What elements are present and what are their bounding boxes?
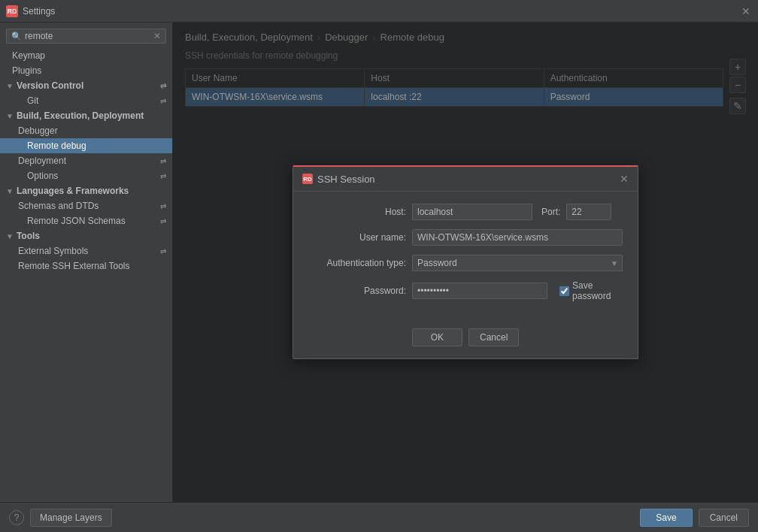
search-clear-button[interactable]: ✕ (153, 31, 161, 41)
sidebar-item-label: Debugger (18, 125, 58, 136)
modal-title: SSH Session (317, 174, 375, 185)
port-input[interactable] (566, 204, 611, 220)
app-icon: RD (6, 5, 18, 17)
modal-ok-button[interactable]: OK (412, 328, 462, 346)
sidebar-section-label: Build, Execution, Deployment (17, 110, 144, 121)
sidebar-item-options[interactable]: Options ⇄ (0, 168, 172, 183)
sidebar-item-plugins[interactable]: Plugins (0, 63, 172, 78)
sidebar-section-label: Languages & Frameworks (17, 186, 129, 196)
sidebar-section-build-exec[interactable]: ▼ Build, Execution, Deployment (0, 108, 172, 123)
bottom-right: Save Cancel (640, 509, 749, 527)
sidebar-item-external-symbols[interactable]: External Symbols ⇄ (0, 243, 172, 258)
main-layout: 🔍 ✕ Keymap Plugins ▼ Version Control ⇄ G… (0, 23, 758, 502)
sync-icon: ⇄ (160, 82, 166, 90)
sidebar-item-label: Deployment (18, 156, 66, 166)
manage-layers-button[interactable]: Manage Layers (30, 509, 112, 527)
sidebar-item-label: Remote SSH External Tools (18, 261, 130, 271)
sidebar-section-label: Tools (17, 231, 40, 241)
sidebar-item-label: Options (27, 171, 58, 181)
save-button[interactable]: Save (640, 509, 692, 527)
sidebar-item-debugger[interactable]: Debugger (0, 123, 172, 138)
modal-title-bar: RD SSH Session ✕ (293, 167, 638, 192)
sidebar-section-tools[interactable]: ▼ Tools (0, 228, 172, 243)
sidebar: 🔍 ✕ Keymap Plugins ▼ Version Control ⇄ G… (0, 23, 173, 502)
sync-icon: ⇄ (160, 97, 166, 105)
content-area: Build, Execution, Deployment › Debugger … (173, 23, 758, 502)
collapse-arrow: ▼ (6, 112, 14, 120)
title-bar: RD Settings ✕ (0, 0, 758, 23)
search-input[interactable] (25, 31, 138, 41)
sidebar-item-label: External Symbols (18, 246, 88, 256)
modal-close-button[interactable]: ✕ (620, 173, 629, 185)
modal-app-icon: RD (302, 174, 313, 184)
sync-icon: ⇄ (160, 202, 166, 210)
password-label: Password: (308, 286, 406, 296)
help-button[interactable]: ? (9, 510, 24, 525)
sync-icon: ⇄ (160, 157, 166, 165)
sidebar-item-git[interactable]: Git ⇄ (0, 93, 172, 108)
sidebar-item-remote-ssh-tools[interactable]: Remote SSH External Tools (0, 258, 172, 274)
modal-footer: OK Cancel (293, 322, 638, 358)
sidebar-item-label: Remote JSON Schemas (27, 216, 126, 226)
collapse-arrow: ▼ (6, 187, 14, 195)
collapse-arrow: ▼ (6, 232, 14, 240)
host-port-row: Host: Port: (308, 204, 623, 220)
sidebar-item-remote-json[interactable]: Remote JSON Schemas ⇄ (0, 213, 172, 228)
window-close-button[interactable]: ✕ (740, 5, 752, 17)
bottom-bar: ? Manage Layers Save Cancel (0, 502, 758, 532)
sidebar-item-remote-debug[interactable]: Remote debug (0, 138, 172, 153)
sidebar-section-version-control[interactable]: ▼ Version Control ⇄ (0, 78, 172, 93)
cancel-button[interactable]: Cancel (699, 509, 749, 527)
password-row: Password: Save password (308, 280, 623, 301)
sidebar-item-label: Git (27, 95, 38, 106)
auth-type-row: Authentication type: Password Key pair O… (308, 255, 623, 271)
auth-select-wrapper: Password Key pair OpenSSH config and aut… (412, 255, 623, 271)
search-icon: 🔍 (11, 32, 22, 41)
sync-icon: ⇄ (160, 217, 166, 225)
sidebar-item-deployment[interactable]: Deployment ⇄ (0, 153, 172, 168)
title-text: Settings (23, 6, 55, 17)
save-password-checkbox[interactable] (559, 286, 569, 296)
sync-icon: ⇄ (160, 247, 166, 255)
auth-type-select[interactable]: Password Key pair OpenSSH config and aut… (412, 255, 623, 271)
title-bar-left: RD Settings (6, 5, 55, 17)
sidebar-section-label: Version Control (17, 80, 83, 91)
save-password-label: Save password (572, 280, 623, 301)
sidebar-section-languages[interactable]: ▼ Languages & Frameworks (0, 183, 172, 198)
bottom-left: ? Manage Layers (9, 509, 112, 527)
port-label: Port: (541, 207, 560, 217)
sidebar-item-label: Schemas and DTDs (18, 201, 99, 211)
auth-type-label: Authentication type: (308, 258, 406, 268)
modal-cancel-button[interactable]: Cancel (468, 328, 519, 346)
sidebar-item-keymap[interactable]: Keymap (0, 48, 172, 63)
username-label: User name: (308, 232, 406, 243)
modal-overlay: RD SSH Session ✕ Host: Port: Use (173, 23, 758, 502)
host-label: Host: (308, 207, 406, 217)
sidebar-item-schemas-dtds[interactable]: Schemas and DTDs ⇄ (0, 198, 172, 213)
ssh-session-modal: RD SSH Session ✕ Host: Port: Use (293, 165, 638, 359)
host-input[interactable] (412, 204, 532, 220)
search-bar: 🔍 ✕ (6, 29, 166, 44)
sync-icon: ⇄ (160, 172, 166, 180)
save-password-row: Save password (559, 280, 623, 301)
modal-body: Host: Port: User name: Authentication ty… (293, 192, 638, 322)
username-row: User name: (308, 229, 623, 246)
modal-title-left: RD SSH Session (302, 174, 375, 185)
username-input[interactable] (412, 229, 623, 246)
password-input[interactable] (412, 283, 547, 299)
collapse-arrow: ▼ (6, 82, 14, 90)
